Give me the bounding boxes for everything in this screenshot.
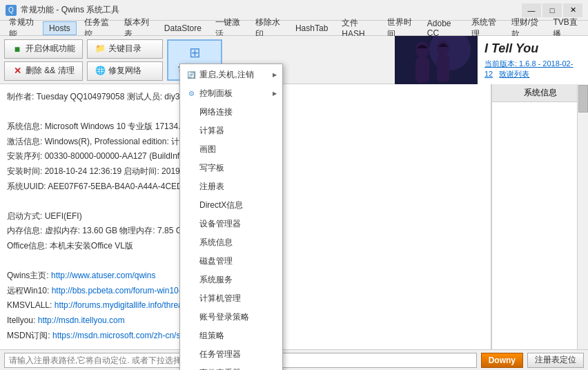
menu-filehash[interactable]: 文件HASH <box>335 21 379 35</box>
menu-tvb[interactable]: TVB直播 <box>547 21 585 35</box>
close-dir-button[interactable]: 📁 关键目录 <box>87 39 163 59</box>
wordpad-icon <box>186 163 197 174</box>
downy-button[interactable]: Downy <box>481 353 523 368</box>
policy-icon <box>186 312 197 323</box>
right-panel: 系统信息 <box>491 84 588 349</box>
menu-adobecc[interactable]: Adobe CC <box>421 21 464 35</box>
menu-tasks[interactable]: 任务监控 <box>78 21 117 35</box>
menu-restart[interactable]: 🔄 重启,关机,注销 <box>180 66 282 84</box>
scrollbar-thumb[interactable] <box>578 85 588 113</box>
right-panel-title: 系统信息 <box>492 84 588 102</box>
itellyou-link[interactable]: http://msdn.itellyou.com <box>38 315 125 325</box>
restart-icon: 🔄 <box>186 70 197 81</box>
branding-text: I Tell You 当前版本: 1.6.8 - 2018-02-12 致谢列表 <box>478 36 588 84</box>
title-bar-left: Q 常规功能 - Qwins 系统工具 <box>6 4 119 16</box>
menu-wordpad[interactable]: 写字板 <box>180 159 282 177</box>
menu-eventviewer[interactable]: 事件查看器 <box>180 364 282 370</box>
network-icon: 🌐 <box>95 66 106 77</box>
top-right-branding: I Tell You 当前版本: 1.6.8 - 2018-02-12 致谢列表 <box>395 36 588 84</box>
menu-compmgmt[interactable]: 计算机管理 <box>180 289 282 308</box>
minimize-button[interactable]: — <box>522 3 541 17</box>
qwins-link[interactable]: http://www.atuser.com/qwins <box>51 271 155 280</box>
menu-hashtab[interactable]: HashTab <box>289 21 334 35</box>
menu-directx[interactable]: DirectX信息 <box>180 196 282 215</box>
network-menu-icon <box>186 107 197 118</box>
menu-grouppolicy[interactable]: 组策略 <box>180 327 282 345</box>
menu-datastore[interactable]: DataStore <box>158 21 208 35</box>
menu-versions[interactable]: 版本列表 <box>118 21 157 35</box>
group-policy-icon <box>186 331 197 342</box>
folder-icon: 📁 <box>95 43 106 55</box>
menu-diskmgmt[interactable]: 磁盘管理 <box>180 252 282 271</box>
tools-icon: ⊞ <box>189 44 201 61</box>
services-icon <box>186 275 197 286</box>
toolbar-left: ■ 开启休眠功能 ✕ 删除 && 清理 <box>4 39 83 81</box>
menu-controlpanel[interactable]: ⚙ 控制面板 <box>180 84 282 103</box>
toolbar: ■ 开启休眠功能 ✕ 删除 && 清理 📁 关键目录 🌐 修复网络 ⊞ 常用工具 <box>0 36 588 84</box>
menu-network[interactable]: 网络连接 <box>180 103 282 121</box>
disk-icon <box>186 256 197 267</box>
svg-rect-5 <box>437 55 449 82</box>
repair-net-button[interactable]: 🌐 修复网络 <box>87 61 163 81</box>
menu-taskmgr[interactable]: 任务管理器 <box>180 345 282 364</box>
menu-watermark[interactable]: 移除水印 <box>249 21 288 35</box>
menu-general[interactable]: 常规功能 <box>3 21 41 35</box>
close-button[interactable]: ✕ <box>563 3 582 17</box>
menu-services[interactable]: 系统服务 <box>180 271 282 289</box>
brand-title: I Tell You <box>484 41 581 56</box>
window-controls: — □ ✕ <box>522 3 582 17</box>
menu-activate[interactable]: 一键激活 <box>209 21 248 35</box>
version-text: 当前版本: 1.6.8 - 2018-02-12 致谢列表 <box>484 59 581 79</box>
delete-icon: ✕ <box>12 66 23 77</box>
menu-sysmanage[interactable]: 系统管理 <box>465 21 504 35</box>
locate-button[interactable]: 注册表定位 <box>527 353 584 368</box>
scrollbar[interactable] <box>577 84 588 349</box>
menu-finance[interactable]: 理财/贷款 <box>505 21 546 35</box>
menu-paint[interactable]: 画图 <box>180 140 282 159</box>
directx-icon <box>186 200 197 211</box>
silhouette-svg <box>395 36 478 84</box>
app-icon: Q <box>6 5 17 16</box>
menu-bar: 常规功能 Hosts 任务监控 版本列表 DataStore 一键激活 移除水印… <box>0 21 588 36</box>
main-area: 制作者: Tuesday QQ104979058 测试人员: diy371, 冰… <box>0 84 588 349</box>
toolbar-middle: 📁 关键目录 🌐 修复网络 <box>87 39 163 81</box>
svg-point-2 <box>415 41 429 58</box>
sleep-icon: ■ <box>12 43 23 55</box>
menu-sysinfo[interactable]: 系统信息 <box>180 233 282 252</box>
registry-icon <box>186 182 197 193</box>
event-viewer-icon <box>186 368 197 371</box>
menu-devmgr[interactable]: 设备管理器 <box>180 215 282 233</box>
svg-point-4 <box>437 41 449 56</box>
window-title: 常规功能 - Qwins 系统工具 <box>21 4 119 16</box>
thanks-link[interactable]: 致谢列表 <box>499 70 529 78</box>
branding-image <box>395 36 478 84</box>
menu-worldtime[interactable]: 世界时间 <box>381 21 420 35</box>
delete-button[interactable]: ✕ 删除 && 清理 <box>4 61 83 81</box>
status-bar: Downy 注册表定位 <box>0 349 588 370</box>
device-manager-icon <box>186 219 197 230</box>
task-manager-icon <box>186 349 197 360</box>
maximize-button[interactable]: □ <box>542 3 562 17</box>
sleep-button[interactable]: ■ 开启休眠功能 <box>4 39 83 59</box>
dropdown-menu: 🔄 重启,关机,注销 ⚙ 控制面板 网络连接 计算器 画图 写字板 注册表 Di… <box>179 64 283 370</box>
computer-mgmt-icon <box>186 293 197 304</box>
sysinfo-icon <box>186 237 197 249</box>
control-panel-icon: ⚙ <box>186 88 197 99</box>
svg-rect-3 <box>415 57 429 83</box>
paint-icon <box>186 144 197 155</box>
menu-hosts[interactable]: Hosts <box>43 21 77 35</box>
menu-registry[interactable]: 注册表 <box>180 177 282 196</box>
menu-policy[interactable]: 账号登录策略 <box>180 308 282 327</box>
menu-calculator[interactable]: 计算器 <box>180 121 282 140</box>
calculator-icon <box>186 126 197 137</box>
